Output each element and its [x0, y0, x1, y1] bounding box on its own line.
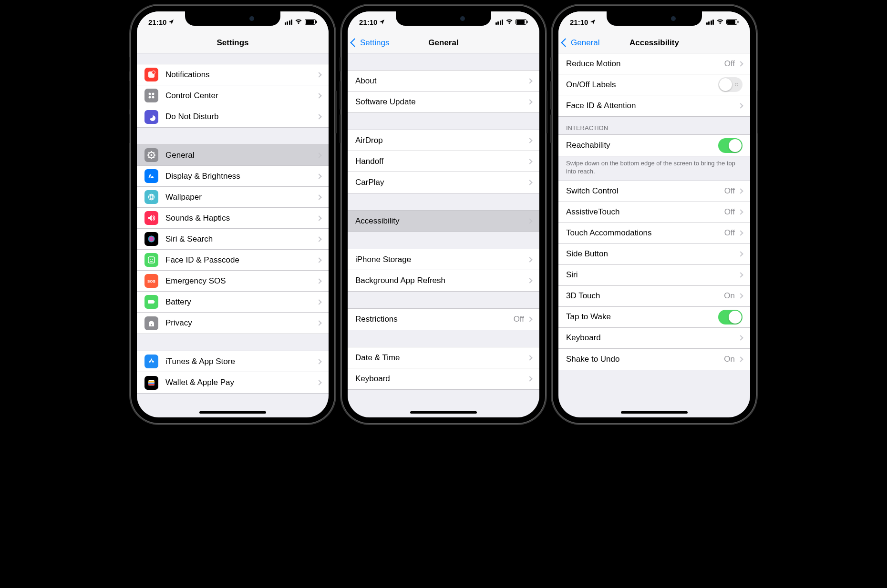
home-indicator[interactable]	[621, 411, 688, 414]
row-face-id-attention[interactable]: Face ID & Attention	[558, 95, 750, 116]
chevron-right-icon	[316, 93, 321, 98]
back-button[interactable]: Settings	[351, 38, 389, 48]
svg-rect-41	[738, 21, 739, 23]
status-time: 21:10	[570, 18, 588, 26]
volume-down	[550, 114, 552, 143]
row-restrictions[interactable]: RestrictionsOff	[348, 309, 539, 330]
row-display-brightness[interactable]: AADisplay & Brightness	[137, 166, 329, 187]
row-iphone-storage[interactable]: iPhone Storage	[348, 249, 539, 270]
battery-icon	[726, 19, 739, 25]
row-label: Tap to Wake	[566, 312, 718, 322]
nav-title: Settings	[217, 38, 248, 48]
row-carplay[interactable]: CarPlay	[348, 172, 539, 193]
row-touch-accommodations[interactable]: Touch AccommodationsOff	[558, 223, 750, 244]
chevron-right-icon	[316, 278, 321, 284]
row-keyboard[interactable]: Keyboard	[558, 328, 750, 349]
back-button[interactable]: General	[562, 38, 599, 48]
row-about[interactable]: About	[348, 71, 539, 91]
nav-bar: Settings	[137, 32, 329, 53]
wallet-icon	[144, 376, 158, 390]
settings-content[interactable]: NotificationsControl CenterDo Not Distur…	[137, 53, 329, 417]
row-accessibility[interactable]: Accessibility	[348, 211, 539, 232]
notch	[607, 11, 702, 26]
chevron-right-icon	[527, 180, 532, 185]
chevron-right-icon	[316, 194, 321, 200]
toggle-switch[interactable]	[718, 310, 743, 324]
phone-general: 21:10 Settings General AboutSoftware Upd…	[341, 5, 546, 424]
svg-point-5	[149, 93, 151, 95]
chevron-right-icon	[738, 231, 743, 236]
home-indicator[interactable]	[410, 411, 477, 414]
chevron-right-icon	[738, 252, 743, 257]
chevron-right-icon	[316, 215, 321, 221]
row-notifications[interactable]: Notifications	[137, 64, 329, 85]
accessibility-content[interactable]: Reduce MotionOffOn/Off LabelsFace ID & A…	[558, 53, 750, 417]
row-reachability[interactable]: Reachability	[558, 135, 750, 156]
back-label: General	[571, 38, 599, 48]
row-side-button[interactable]: Side Button	[558, 244, 750, 265]
row-label: Wallpaper	[165, 193, 317, 202]
svg-line-17	[149, 157, 150, 158]
svg-point-8	[152, 96, 155, 99]
row-label: Date & Time	[355, 353, 528, 363]
row-3d-touch[interactable]: 3D TouchOn	[558, 286, 750, 307]
appstore-icon	[144, 355, 158, 368]
row-assistivetouch[interactable]: AssistiveTouchOff	[558, 202, 750, 223]
row-face-id-passcode[interactable]: Face ID & Passcode	[137, 250, 329, 271]
row-control-center[interactable]: Control Center	[137, 85, 329, 106]
row-wallpaper[interactable]: Wallpaper	[137, 187, 329, 208]
row-label: Side Button	[566, 249, 739, 259]
svg-rect-34	[148, 383, 155, 384]
svg-text:SOS: SOS	[147, 279, 155, 284]
svg-rect-33	[148, 381, 155, 383]
row-reduce-motion[interactable]: Reduce MotionOff	[558, 53, 750, 74]
row-switch-control[interactable]: Switch ControlOff	[558, 181, 750, 202]
row-airdrop[interactable]: AirDrop	[348, 130, 539, 151]
wifi-icon	[505, 19, 513, 25]
row-value: Off	[724, 228, 735, 238]
row-siri[interactable]: Siri	[558, 265, 750, 286]
row-tap-to-wake[interactable]: Tap to Wake	[558, 307, 750, 328]
row-label: iTunes & App Store	[165, 357, 317, 366]
row-siri-search[interactable]: Siri & Search	[137, 229, 329, 250]
row-background-app-refresh[interactable]: Background App Refresh	[348, 270, 539, 291]
row-label: Wallet & Apple Pay	[165, 378, 317, 387]
row-label: Sounds & Haptics	[165, 213, 317, 223]
chevron-right-icon	[738, 356, 743, 362]
svg-rect-2	[316, 21, 317, 23]
row-handoff[interactable]: Handoff	[348, 151, 539, 172]
row-battery[interactable]: Battery	[137, 292, 329, 313]
row-itunes-app-store[interactable]: iTunes & App Store	[137, 351, 329, 372]
home-indicator[interactable]	[199, 411, 266, 414]
row-software-update[interactable]: Software Update	[348, 91, 539, 112]
svg-line-18	[154, 152, 155, 153]
row-general[interactable]: General	[137, 145, 329, 166]
notifications-icon	[144, 68, 158, 81]
toggle-switch[interactable]	[718, 138, 743, 153]
chevron-right-icon	[527, 159, 532, 164]
row-label: Reachability	[566, 141, 718, 150]
row-date-time[interactable]: Date & Time	[348, 347, 539, 368]
row-on-off-labels[interactable]: On/Off Labels	[558, 74, 750, 95]
notch	[185, 11, 280, 26]
nav-bar: Settings General	[348, 32, 539, 53]
volume-up	[550, 81, 552, 110]
svg-line-15	[149, 152, 150, 153]
control-center-icon	[144, 89, 158, 102]
location-icon	[379, 19, 385, 25]
row-label: Keyboard	[566, 333, 739, 343]
row-do-not-disturb[interactable]: Do Not Disturb	[137, 106, 329, 127]
row-keyboard[interactable]: Keyboard	[348, 368, 539, 389]
row-privacy[interactable]: Privacy	[137, 313, 329, 334]
toggle-switch[interactable]	[718, 77, 743, 92]
row-shake-to-undo[interactable]: Shake to UndoOn	[558, 349, 750, 370]
row-label: Switch Control	[566, 186, 724, 196]
row-wallet-apple-pay[interactable]: Wallet & Apple Pay	[137, 372, 329, 393]
svg-point-4	[152, 71, 155, 74]
general-content[interactable]: AboutSoftware Update AirDropHandoffCarPl…	[348, 53, 539, 417]
svg-rect-37	[516, 20, 525, 24]
row-sounds-haptics[interactable]: Sounds & Haptics	[137, 208, 329, 229]
chevron-right-icon	[316, 320, 321, 325]
chevron-right-icon	[316, 72, 321, 77]
row-emergency-sos[interactable]: SOSEmergency SOS	[137, 271, 329, 292]
